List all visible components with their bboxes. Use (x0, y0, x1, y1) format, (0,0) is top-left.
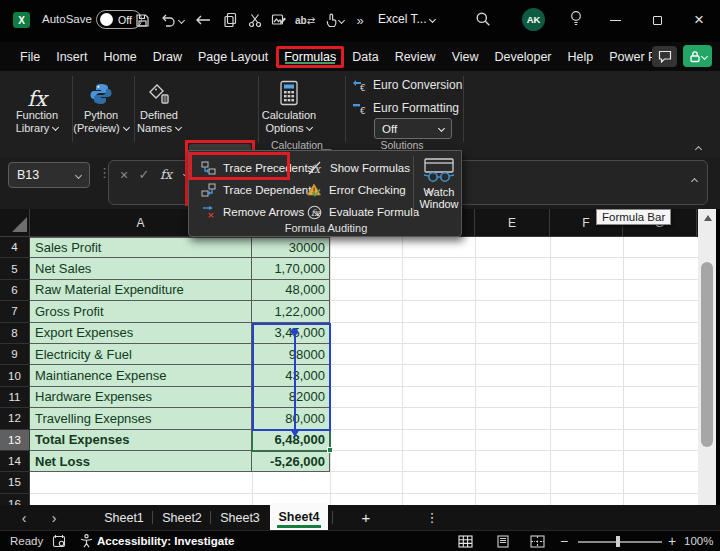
row-header[interactable]: 4 (0, 237, 30, 258)
menu-item-trace-dependents[interactable]: Trace Dependents (201, 180, 317, 200)
sheet-nav-left[interactable]: ‹ (12, 505, 36, 530)
cell-a7[interactable]: Gross Profit (30, 301, 252, 322)
page-break-view-button[interactable] (530, 535, 545, 548)
cell-a15[interactable] (30, 472, 252, 493)
function-library-button[interactable]: fx Function Library (8, 74, 66, 135)
collapse-ribbon-chevron[interactable] (692, 137, 701, 155)
cell-a5[interactable]: Net Sales (30, 258, 252, 279)
row-header[interactable]: 10 (0, 365, 30, 386)
defined-names-button[interactable]: Defined Names (134, 74, 184, 135)
new-sheet-button[interactable]: + (352, 505, 380, 530)
cell-a13[interactable]: Total Expenses (30, 430, 252, 451)
tab-developer[interactable]: Developer (487, 45, 560, 69)
search-icon[interactable] (472, 9, 494, 29)
lightbulb-icon[interactable] (565, 8, 587, 28)
sheet-tab-sheet3[interactable]: Sheet3 (216, 505, 264, 530)
euro-conversion-button[interactable]: € Euro Conversion (352, 78, 462, 92)
tab-file[interactable]: File (12, 45, 48, 69)
menu-item-evaluate-formula[interactable]: fx Evaluate Formula (307, 202, 419, 222)
find-replace-icon[interactable]: ab⇄ (292, 10, 318, 30)
row-header[interactable]: 12 (0, 408, 30, 429)
macro-record-icon[interactable] (52, 534, 66, 548)
tab-formulas[interactable]: Formulas (276, 46, 344, 68)
cell-a8[interactable]: Export Expenses (30, 323, 252, 344)
page-layout-view-button[interactable] (496, 535, 510, 548)
tab-help[interactable]: Help (560, 45, 602, 69)
tab-data[interactable]: Data (344, 45, 386, 69)
row-header[interactable]: 15 (0, 472, 30, 493)
menu-item-watch-window[interactable]: Watch Window (417, 156, 461, 218)
tab-review[interactable]: Review (387, 45, 444, 69)
document-title[interactable]: Excel T... (378, 12, 435, 26)
copy-icon[interactable] (219, 10, 241, 30)
cell-a14[interactable]: Net Loss (30, 451, 252, 472)
cell-a9[interactable]: Electricity & Fuel (30, 344, 252, 365)
row-header[interactable]: 7 (0, 301, 30, 322)
tab-page-layout[interactable]: Page Layout (190, 45, 276, 69)
euro-style-dropdown[interactable]: Off (374, 118, 452, 139)
name-box[interactable]: B13 (8, 162, 90, 188)
sheet-nav-right[interactable]: › (42, 505, 66, 530)
row-header[interactable]: 8 (0, 323, 30, 344)
euro-formatting-button[interactable]: € Euro Formatting (352, 101, 459, 115)
row-header[interactable]: 6 (0, 280, 30, 301)
cell-a6[interactable]: Raw Material Expenditure (30, 280, 252, 301)
accessibility-status[interactable]: Accessibility: Investigate (80, 534, 234, 548)
sheet-tab-sheet4-active[interactable]: Sheet4 (270, 503, 328, 530)
vertical-scroll-thumb[interactable] (701, 262, 713, 447)
fill-handle[interactable] (327, 447, 333, 453)
cell-a12[interactable]: Travelling Exepnses (30, 408, 252, 429)
enter-icon[interactable]: ✓ (135, 167, 153, 182)
python-preview-button[interactable]: Python (Preview) (70, 74, 132, 135)
cell-b5[interactable]: 1,70,000 (252, 258, 330, 279)
cell-a11[interactable]: Hardware Expenses (30, 387, 252, 408)
share-button[interactable] (683, 45, 712, 67)
zoom-slider-track[interactable] (578, 541, 662, 543)
back-arrow-icon[interactable] (192, 10, 214, 30)
tab-insert[interactable]: Insert (48, 45, 95, 69)
qat-overflow-icon[interactable]: » (349, 10, 371, 30)
cancel-icon[interactable]: × (115, 167, 133, 183)
close-button[interactable]: × (684, 8, 714, 32)
tab-home[interactable]: Home (95, 45, 144, 69)
zoom-slider-thumb[interactable] (616, 536, 620, 547)
cut-icon[interactable] (244, 10, 266, 30)
row-header[interactable]: 14 (0, 451, 30, 472)
cell-a10[interactable]: Maintianence Expense (30, 365, 252, 386)
sheet-tab-sheet1[interactable]: Sheet1 (100, 505, 148, 530)
tab-draw[interactable]: Draw (145, 45, 190, 69)
zoom-out-button[interactable]: − (560, 533, 568, 549)
minimize-button[interactable] (600, 8, 630, 32)
save-icon[interactable] (131, 10, 153, 30)
sheet-options-button[interactable]: ⋮ (420, 505, 444, 530)
row-header[interactable]: 5 (0, 258, 30, 279)
calculation-options-button[interactable]: Calculation Options (258, 74, 320, 135)
cell-a16[interactable] (30, 494, 252, 505)
cell-b4[interactable]: 30000 (252, 237, 330, 258)
row-header[interactable]: 16 (0, 494, 30, 505)
menu-item-show-formulas[interactable]: fx Show Formulas (307, 158, 410, 178)
comments-button[interactable] (652, 46, 677, 67)
touch-mode-chevron[interactable] (334, 10, 344, 30)
insert-function-icon[interactable]: fx (157, 167, 175, 182)
picture-edit-icon[interactable] (268, 10, 290, 30)
row-header[interactable]: 11 (0, 387, 30, 408)
undo-dropdown-chevron[interactable] (174, 10, 184, 30)
cell-b15[interactable] (252, 472, 330, 493)
cell-a4[interactable]: Sales Profit (30, 237, 252, 258)
column-header-e[interactable]: E (475, 209, 550, 237)
maximize-button[interactable] (642, 8, 672, 32)
row-header[interactable]: 9 (0, 344, 30, 365)
cell-b7[interactable]: 1,22,000 (252, 301, 330, 322)
cell-b14[interactable]: -5,26,000 (252, 451, 330, 472)
menu-item-remove-arrows[interactable]: × Remove Arrows (201, 202, 320, 222)
expand-formula-bar-chevron[interactable] (688, 169, 697, 187)
cell-b6[interactable]: 48,000 (252, 280, 330, 301)
zoom-level[interactable]: 100% (684, 535, 713, 547)
normal-view-button[interactable] (458, 535, 473, 548)
tab-view[interactable]: View (444, 45, 487, 69)
scroll-up-arrow[interactable] (704, 215, 712, 221)
zoom-in-button[interactable]: + (668, 533, 676, 549)
sheet-tab-sheet2[interactable]: Sheet2 (158, 505, 206, 530)
account-avatar[interactable]: AK (522, 8, 545, 31)
